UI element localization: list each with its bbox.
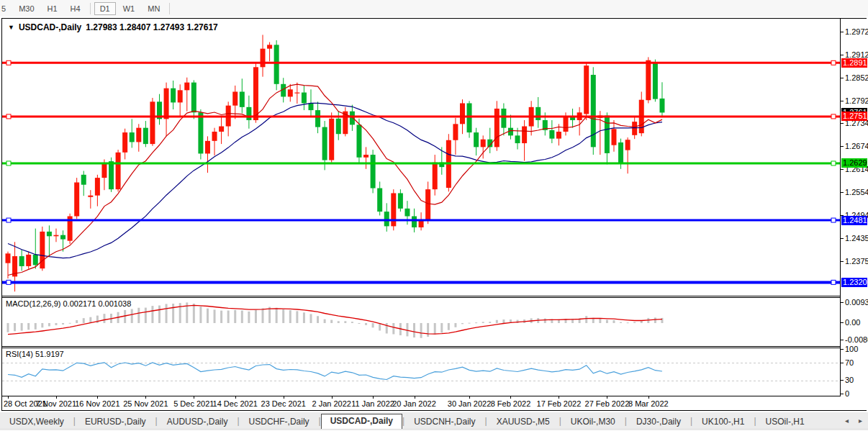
chart-symbol-label: USDCAD-,Daily xyxy=(19,22,81,32)
line-price-badge-1.26297: 1.26297 xyxy=(841,158,867,168)
rsi-line xyxy=(8,363,662,380)
chart-tab-xauusd-m5[interactable]: XAUUSD-,M5 xyxy=(487,414,559,430)
tick-label: 1.28525 xyxy=(845,73,868,82)
timeframe-button-h4[interactable]: H4 xyxy=(65,2,86,15)
tab-scroll-right-icon[interactable]: ▸ xyxy=(859,417,862,425)
symbol-dropdown-icon[interactable]: ▼ xyxy=(8,24,14,31)
price-chart-panel[interactable]: ▼ USDCAD-,Daily 1.27983 1.28407 1.27493 … xyxy=(2,19,840,296)
time-axis-tick xyxy=(56,396,57,399)
time-axis-label: 7 Nov 2021 xyxy=(36,399,76,408)
time-axis-tick xyxy=(284,396,284,399)
time-axis-tick xyxy=(648,396,649,399)
ma-fast-line xyxy=(8,84,662,275)
time-axis-tick xyxy=(97,396,98,399)
tick-label: 0.009303 xyxy=(845,298,868,307)
time-axis-tick xyxy=(510,396,511,399)
line-price-badge-1.27515: 1.27515 xyxy=(841,112,867,121)
tick-label: 1.29725 xyxy=(845,27,868,36)
rsi-chart[interactable] xyxy=(2,348,840,396)
chart-tab-usoil-h1[interactable]: USOil-,H1 xyxy=(756,414,814,430)
chart-tab-usdcad-daily[interactable]: USDCAD-,Daily xyxy=(321,414,402,430)
time-axis-label: 5 Dec 2021 xyxy=(173,399,214,408)
macd-axis-tick: -0.00801 xyxy=(841,335,868,344)
tick-mark xyxy=(841,101,844,101)
chart-ohlc-values: 1.27983 1.28407 1.27493 1.27617 xyxy=(86,22,218,32)
chart-tab-audusd-daily[interactable]: AUDUSD-,Daily xyxy=(158,414,238,430)
chart-tab-eurusd-daily[interactable]: EURUSD-,Daily xyxy=(76,414,155,430)
timeframe-toolbar: 5M30H1H4D1W1MN xyxy=(0,0,868,17)
chart-tab-usdx-weekly[interactable]: USDX,Weekly xyxy=(0,414,73,430)
time-axis-label: 8 Feb 2022 xyxy=(491,399,531,408)
rsi-label: RSI(14) 51.9197 xyxy=(6,350,64,358)
time-axis[interactable]: 28 Oct 20217 Nov 202116 Nov 202125 Nov 2… xyxy=(2,396,867,410)
tick-label: 1.24355 xyxy=(845,234,868,242)
tick-mark xyxy=(841,169,844,170)
tick-label: 100 xyxy=(845,345,858,353)
tab-scroll-left-icon[interactable]: ◂ xyxy=(845,417,849,425)
tick-mark xyxy=(841,192,844,193)
price-axis-tick: 1.23755 xyxy=(841,257,868,266)
tick-mark xyxy=(841,32,844,32)
tick-mark xyxy=(841,261,844,262)
time-axis-tick xyxy=(235,396,236,399)
time-axis-tick xyxy=(145,396,146,399)
line-anchor-marker xyxy=(6,60,11,65)
line-anchor-marker xyxy=(6,114,11,119)
timeframe-button-w1[interactable]: W1 xyxy=(117,2,141,15)
price-axis-tick: 1.26740 xyxy=(841,142,868,150)
price-axis-tick: 1.28525 xyxy=(841,73,868,82)
chart-tab-uk100-h1[interactable]: UK100-,H1 xyxy=(692,414,754,430)
line-anchor-marker xyxy=(831,161,836,165)
timeframe-button-5[interactable]: 5 xyxy=(0,2,12,15)
tick-label: -0.00801 xyxy=(845,335,868,344)
chart-tab-usdcnh-daily[interactable]: USDCNH-,Daily xyxy=(404,414,484,430)
tick-label: 1.26740 xyxy=(845,142,868,150)
line-anchor-marker xyxy=(6,218,11,222)
tick-label: 70 xyxy=(845,358,854,367)
time-axis-tick xyxy=(8,396,9,399)
time-axis-tick xyxy=(332,396,333,399)
chart-tab-dj30-daily[interactable]: DJ30-,Daily xyxy=(627,414,690,430)
tick-mark xyxy=(841,363,844,363)
rsi-axis-tick: 30 xyxy=(841,376,868,384)
time-axis-tick xyxy=(373,396,374,399)
time-axis-label: 11 Jan 2022 xyxy=(351,399,394,408)
line-anchor-marker xyxy=(6,161,11,165)
tick-mark xyxy=(841,123,844,124)
time-axis-tick xyxy=(415,396,415,399)
timeframe-button-mn[interactable]: MN xyxy=(142,2,166,15)
line-anchor-marker xyxy=(831,280,836,284)
line-price-badge-1.24816: 1.24816 xyxy=(841,216,867,225)
time-axis-label: 20 Jan 2022 xyxy=(392,399,436,408)
tick-mark xyxy=(841,78,844,78)
tick-mark xyxy=(841,322,844,323)
chart-tabs-bar: USDX,Weekly|EURUSD-,Daily|AUDUSD-,Daily|… xyxy=(0,412,868,431)
tick-mark xyxy=(841,55,844,55)
chart-tab-usdchf-daily[interactable]: USDCHF-,Daily xyxy=(240,414,319,430)
time-axis-label: 30 Jan 2022 xyxy=(448,399,492,408)
tick-mark xyxy=(841,394,844,394)
tick-mark xyxy=(841,340,844,340)
toolbar-separator xyxy=(90,3,91,14)
time-axis-tick xyxy=(559,396,559,399)
candlestick-chart[interactable] xyxy=(2,19,840,295)
tick-label: 30 xyxy=(845,376,854,384)
time-axis-label: 2 Jan 2022 xyxy=(312,399,351,408)
chart-tab-ukoil-m30[interactable]: UKOil-,M30 xyxy=(561,414,625,430)
time-axis-label: 16 Nov 2021 xyxy=(75,399,119,408)
timeframe-button-d1[interactable]: D1 xyxy=(94,2,116,15)
rsi-panel[interactable]: RSI(14) 51.9197 xyxy=(2,348,840,396)
timeframe-button-h1[interactable]: H1 xyxy=(42,2,63,15)
macd-panel[interactable]: MACD(12,26,9) 0.002171 0.001038 xyxy=(2,297,840,347)
tick-label: 1.27925 xyxy=(845,96,868,105)
mt4-window: 5M30H1H4D1W1MN ▼ USDCAD-,Daily 1.27983 1… xyxy=(0,0,868,431)
line-anchor-marker xyxy=(831,218,836,222)
price-axis[interactable]: 1.297251.291251.285251.279251.273401.267… xyxy=(840,19,867,396)
time-axis-label: 25 Nov 2021 xyxy=(123,399,168,408)
line-price-badge-1.28912: 1.28912 xyxy=(841,58,867,68)
toolbar-separator xyxy=(169,3,170,14)
time-axis-label: 8 Mar 2022 xyxy=(628,399,669,408)
macd-axis-tick: 0.00 xyxy=(841,318,868,327)
timeframe-button-m30[interactable]: M30 xyxy=(13,2,40,15)
line-anchor-marker xyxy=(6,280,11,284)
